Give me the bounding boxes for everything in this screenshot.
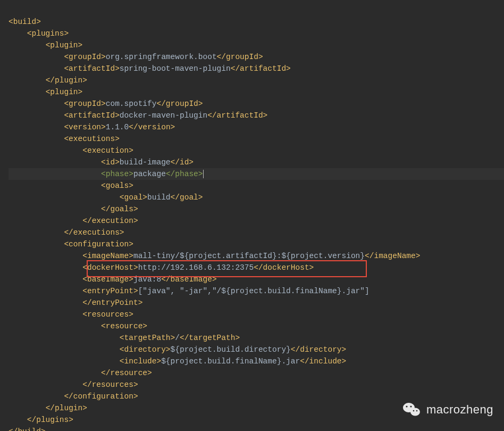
tag-groupid-open-2: <groupId>: [64, 100, 105, 108]
tag-imagename-open: <imageName>: [82, 252, 133, 260]
tag-groupid-close-2: </groupId>: [156, 100, 203, 108]
tag-entrypoint-close: </entryPoint>: [82, 299, 142, 307]
tag-configuration-open: <configuration>: [64, 240, 133, 248]
tag-goal-open: <goal>: [120, 193, 147, 202]
tag-plugin-open: <plugin>: [46, 41, 83, 49]
svg-point-1: [410, 408, 420, 416]
tag-baseimage-close: </baseImage>: [161, 275, 216, 284]
tag-dockerhost-open: <dockerHost>: [82, 263, 138, 272]
tag-goals-open: <goals>: [101, 181, 133, 190]
watermark-text: macrozheng: [426, 404, 493, 416]
tag-dockerhost-close: </dockerHost>: [254, 263, 314, 272]
tag-artifactid-close-2: </artifactId>: [207, 111, 267, 120]
svg-point-5: [416, 410, 418, 412]
tag-targetpath-open: <targetPath>: [120, 334, 175, 342]
text-artifactid: spring-boot-maven-plugin: [120, 64, 231, 73]
tag-directory-open: <directory>: [120, 345, 171, 354]
text-include: ${project.build.finalName}.jar: [161, 357, 300, 366]
text-targetpath: /: [175, 334, 180, 342]
tag-artifactid-open: <artifactId>: [64, 64, 119, 73]
wechat-icon: [402, 400, 421, 419]
tag-executions-open: <executions>: [64, 135, 119, 143]
text-phase: package: [133, 170, 166, 178]
tag-groupid-open: <groupId>: [64, 53, 105, 61]
tag-include-open: <include>: [120, 357, 161, 366]
text-goal: build: [147, 193, 171, 202]
tag-plugins-close: </plugins>: [27, 416, 73, 424]
tag-phase-open: <phase>: [101, 170, 133, 178]
svg-point-4: [413, 410, 415, 412]
tag-goal-close: </goal>: [171, 193, 203, 202]
tag-configuration-close: </configuration>: [64, 392, 138, 401]
tag-entrypoint-open: <entryPoint>: [82, 287, 138, 295]
tag-include-close: </include>: [300, 357, 346, 366]
tag-resource-open: <resource>: [101, 322, 147, 330]
svg-point-2: [406, 405, 407, 407]
svg-point-3: [410, 405, 411, 407]
tag-artifactid-open-2: <artifactId>: [64, 111, 119, 120]
tag-plugins-open: <plugins>: [27, 29, 69, 38]
text-artifactid-2: docker-maven-plugin: [120, 111, 207, 120]
text-groupid-2: com.spotify: [106, 100, 157, 108]
tag-directory-close: </directory>: [291, 345, 346, 354]
text-imagename: mall-tiny/${project.artifactId}:${projec…: [133, 252, 365, 260]
tag-phase-close: </phase>: [166, 170, 203, 178]
tag-id-open: <id>: [101, 158, 120, 167]
tag-resources-close: </resources>: [82, 380, 138, 389]
tag-goals-close: </goals>: [101, 205, 138, 213]
text-groupid: org.springframework.boot: [106, 53, 217, 61]
tag-imagename-close: </imageName>: [365, 252, 420, 260]
tag-plugin-open-2: <plugin>: [46, 88, 83, 96]
text-directory: ${project.build.directory}: [171, 345, 291, 354]
tag-version-open: <version>: [64, 123, 105, 131]
text-cursor: [203, 170, 204, 178]
text-id: build-image: [120, 158, 171, 167]
tag-execution-open: <execution>: [82, 146, 133, 155]
tag-plugin-close-2: </plugin>: [46, 404, 87, 412]
tag-build-close: </build>: [9, 427, 46, 431]
tag-build-open: <build>: [9, 18, 41, 26]
tag-version-close: </version>: [129, 123, 175, 131]
tag-execution-close: </execution>: [82, 217, 138, 225]
tag-resource-close: </resource>: [101, 369, 152, 377]
code-block: <build> <plugins> <plugin> <groupId>org.…: [0, 0, 504, 431]
watermark: macrozheng: [402, 400, 493, 419]
tag-executions-close: </executions>: [64, 228, 124, 237]
text-entrypoint: ["java", "-jar","/${project.build.finalN…: [138, 287, 369, 295]
highlighted-line: <phase>package</phase>: [9, 168, 504, 180]
tag-baseimage-open: <baseImage>: [82, 275, 133, 284]
tag-resources-open: <resources>: [82, 310, 133, 319]
tag-artifactid-close: </artifactId>: [231, 64, 291, 73]
text-baseimage: java:8: [133, 275, 161, 284]
tag-targetpath-close: </targetPath>: [180, 334, 240, 342]
text-dockerhost: http://192.168.6.132:2375: [138, 263, 254, 272]
tag-groupid-close: </groupId>: [217, 53, 263, 61]
tag-id-close: </id>: [171, 158, 194, 167]
tag-plugin-close: </plugin>: [46, 76, 87, 85]
text-version: 1.1.0: [106, 123, 129, 131]
